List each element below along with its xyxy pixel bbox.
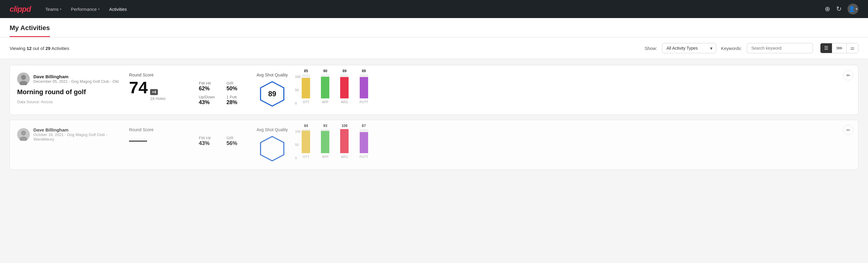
updown-value: 43% [199,99,219,106]
svg-marker-7 [260,137,284,161]
fw-hit-stat: FW Hit 62% [199,81,219,92]
bar-label: APP [322,155,329,158]
bar-value: 89 [362,69,366,73]
bar-chart-yaxis: 100 50 0 [295,130,302,160]
bar-value: 85 [304,69,308,73]
fw-hit-value: 43% [199,140,219,147]
activity-card: Dave Billingham December 05, 2021 - Gog … [10,65,858,115]
oneputt-value: 28% [226,99,247,106]
fw-hit-label: FW Hit [199,136,219,140]
bar-label: APP [322,100,329,104]
bar-container [302,129,310,153]
nav-item-performance[interactable]: Performance ▾ [71,4,99,14]
bar-fill [340,77,349,98]
user-row: Dave Billingham October 16, 2021 - Gog M… [17,127,119,141]
hexagon-wrapper: 89 [256,80,288,108]
bar-group: 90 APP [321,69,329,104]
view-grid-button[interactable]: ⋙ [832,43,847,53]
updown-stat: Up/Down 43% [199,95,219,106]
svg-point-1 [21,75,26,80]
refresh-button[interactable]: ↻ [836,6,841,12]
hexagon-score: 89 [268,90,276,98]
bar-container [321,129,329,153]
card-left: Dave Billingham October 16, 2021 - Gog M… [17,127,119,144]
holes-label: 18 Holes [150,96,165,101]
keywords-label: Keywords: [721,46,742,51]
user-name: Dave Billingham [33,127,119,133]
bar-chart: 85 OTT 90 APP 89 ARG [302,75,368,105]
bar-fill [360,132,368,153]
bar-fill [302,78,310,98]
fw-hit-label: FW Hit [199,81,219,85]
chart-area: 100 50 0 94 OTT 93 APP [295,130,851,160]
bar-chart-wrapper: 100 50 0 85 OTT 90 APP [295,75,851,105]
avatar [17,128,30,141]
view-toggles: ☰ ⋙ ⚌ [820,43,858,53]
gir-label: GIR [226,81,247,85]
activity-title: Morning round of golf [17,88,119,96]
avatar[interactable]: 👤 ▾ [847,4,858,14]
edit-button[interactable]: ✏ [843,70,853,80]
stats-section: FW Hit 62% GIR 50% Up/Down 43% 1 Putt 28… [199,72,247,106]
hexagon [259,135,286,162]
add-button[interactable]: ⊕ [825,6,830,12]
round-score-label: Round Score [129,72,189,77]
quality-left: Avg Shot Quality [256,127,288,162]
search-input[interactable] [747,43,813,53]
svg-point-5 [21,130,26,136]
bar-chart-wrapper: 100 50 0 94 OTT 93 APP [295,130,851,160]
view-list-button[interactable]: ☰ [820,43,832,53]
bar-label: ARG [341,100,348,104]
updown-label: Up/Down [199,95,219,99]
gir-label: GIR [226,136,247,140]
user-date: December 05, 2021 - Gog Magog Golf Club … [33,79,119,84]
activities-list: Dave Billingham December 05, 2021 - Gog … [0,59,868,180]
activity-type-select[interactable]: All Activity Types [662,43,716,53]
chart-area: 100 50 0 85 OTT 90 APP [295,75,851,105]
bar-fill [302,130,310,153]
score-badge: +4 [150,89,158,95]
toolbar: Viewing 12 out of 29 Activities Show: Al… [0,38,868,59]
bar-group: 87 PUTT [360,124,368,158]
bar-label: PUTT [360,100,368,104]
bar-group: 85 OTT [302,69,310,104]
round-score-label: Round Score [129,127,189,132]
oneputt-label: 1 Putt [226,95,247,99]
gir-stat: GIR 50% [226,81,247,92]
bar-label: OTT [303,155,309,158]
avatar [17,72,30,85]
quality-label: Avg Shot Quality [256,127,288,132]
oneputt-stat: 1 Putt 28% [226,95,247,106]
nav-item-teams[interactable]: Teams ▾ [45,4,61,14]
bar-value: 94 [304,124,308,128]
user-icon: 👤 [848,6,855,12]
bar-group: 89 PUTT [360,69,368,104]
bar-label: ARG [341,155,348,158]
quality-label: Avg Shot Quality [256,72,288,77]
bar-chart-yaxis: 100 50 0 [295,75,302,105]
bar-group: 94 OTT [302,124,310,158]
activity-card: Dave Billingham October 16, 2021 - Gog M… [10,120,858,170]
user-date: October 16, 2021 - Gog Magog Golf Club -… [33,133,119,141]
bar-value: 90 [323,69,327,73]
bar-label: PUTT [360,155,368,158]
edit-button[interactable]: ✏ [843,125,853,135]
bar-group: 106 ARG [340,124,349,158]
fw-hit-stat: FW Hit 43% [199,136,219,147]
bar-container [302,74,310,98]
user-row: Dave Billingham December 05, 2021 - Gog … [17,72,119,85]
data-source: Data Source: Arccos [17,99,119,104]
show-label: Show: [645,46,657,51]
quality-section: Avg Shot Quality 89 100 50 0 [256,72,851,108]
fw-hit-value: 62% [199,85,219,92]
score-section: Round Score [129,127,189,142]
bar-label: OTT [303,100,309,104]
bar-fill [321,77,329,98]
bar-container [340,74,349,98]
view-compact-button[interactable]: ⚌ [847,43,858,53]
nav-item-activities[interactable]: Activities [109,4,127,14]
gir-value: 56% [226,140,247,147]
score-meta: +4 18 Holes [150,87,165,102]
stats-section: FW Hit 43% GIR 56% [199,127,247,147]
nav-icons: ⊕ ↻ 👤 ▾ [825,4,858,14]
